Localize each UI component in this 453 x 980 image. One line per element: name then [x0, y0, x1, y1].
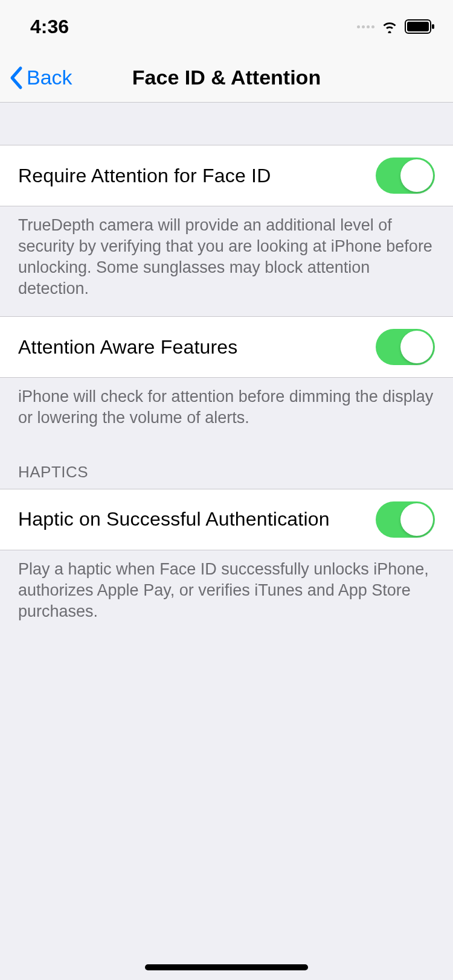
wifi-icon	[381, 20, 399, 33]
page-title: Face ID & Attention	[132, 66, 321, 89]
svg-rect-1	[407, 22, 429, 31]
haptics-section-header: HAPTICS	[0, 446, 453, 489]
attention-aware-footer: iPhone will check for attention before d…	[0, 378, 453, 445]
status-time: 4:36	[30, 16, 69, 38]
haptic-auth-label: Haptic on Successful Authentication	[18, 508, 330, 530]
require-attention-toggle[interactable]	[376, 158, 435, 194]
haptic-auth-cell: Haptic on Successful Authentication	[0, 489, 453, 550]
attention-aware-toggle[interactable]	[376, 329, 435, 365]
haptic-auth-toggle[interactable]	[376, 501, 435, 538]
back-button[interactable]: Back	[0, 66, 72, 90]
attention-aware-cell: Attention Aware Features	[0, 316, 453, 378]
back-label: Back	[27, 66, 72, 89]
haptic-auth-footer: Play a haptic when Face ID successfully …	[0, 550, 453, 639]
signal-dots-icon	[357, 25, 374, 28]
navigation-bar: Back Face ID & Attention	[0, 53, 453, 103]
home-indicator[interactable]	[145, 964, 308, 970]
status-icons	[357, 19, 435, 34]
battery-icon	[405, 19, 435, 34]
svg-rect-2	[432, 24, 434, 29]
chevron-left-icon	[8, 66, 23, 90]
status-bar: 4:36	[0, 0, 453, 53]
toggle-knob	[400, 503, 433, 536]
require-attention-footer: TrueDepth camera will provide an additio…	[0, 206, 453, 316]
toggle-knob	[400, 159, 433, 192]
require-attention-label: Require Attention for Face ID	[18, 165, 271, 187]
attention-aware-label: Attention Aware Features	[18, 336, 238, 358]
require-attention-cell: Require Attention for Face ID	[0, 145, 453, 206]
toggle-knob	[400, 331, 433, 363]
